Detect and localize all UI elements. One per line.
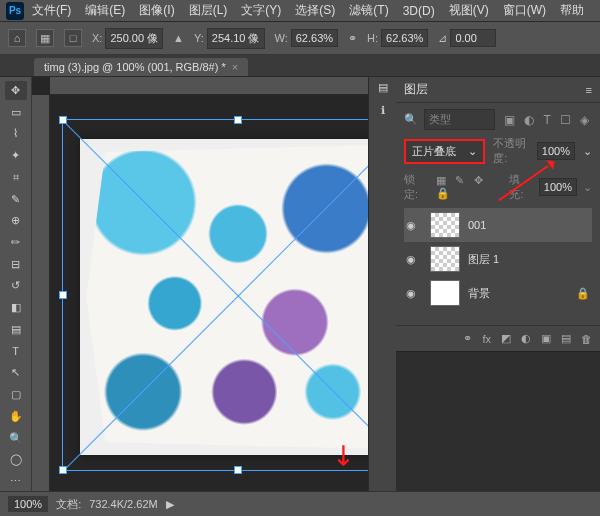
- layer-thumbnail[interactable]: [430, 246, 460, 272]
- transform-handle-tl[interactable]: [59, 116, 67, 124]
- color-panel-icon[interactable]: ▤: [378, 81, 388, 94]
- menu-select[interactable]: 选择(S): [289, 0, 341, 21]
- filter-smart-icon[interactable]: ◈: [577, 113, 592, 127]
- visibility-icon[interactable]: ◉: [406, 253, 422, 266]
- transform-bounding-box[interactable]: [62, 119, 395, 471]
- transform-handle-tm[interactable]: [234, 116, 242, 124]
- fill-value[interactable]: 100%: [539, 178, 577, 196]
- type-tool-icon[interactable]: T: [5, 342, 27, 361]
- ruler-vertical: [32, 95, 50, 491]
- close-tab-icon[interactable]: ×: [232, 61, 238, 73]
- history-brush-tool-icon[interactable]: ↺: [5, 277, 27, 296]
- filter-shape-icon[interactable]: ☐: [557, 113, 574, 127]
- menu-window[interactable]: 窗口(W): [497, 0, 552, 21]
- visibility-icon[interactable]: ◉: [406, 287, 422, 300]
- lock-position-icon[interactable]: ✥: [471, 174, 486, 186]
- menu-3d[interactable]: 3D(D): [397, 2, 441, 20]
- blend-mode-value: 正片叠底: [412, 144, 456, 159]
- marquee-tool-icon[interactable]: ▭: [5, 103, 27, 122]
- transform-handle-bl[interactable]: [59, 466, 67, 474]
- blend-mode-select[interactable]: 正片叠底 ⌄: [404, 139, 485, 164]
- eyedropper-tool-icon[interactable]: ✎: [5, 190, 27, 209]
- link-xy-icon[interactable]: ▲: [173, 32, 184, 44]
- link-wh-icon[interactable]: ⚭: [348, 32, 357, 45]
- menu-edit[interactable]: 编辑(E): [79, 0, 131, 21]
- w-label: W:: [275, 32, 288, 44]
- w-value[interactable]: 62.63%: [291, 29, 338, 47]
- layers-panel-title[interactable]: 图层: [404, 81, 428, 98]
- link-layers-icon[interactable]: ⚭: [463, 332, 472, 345]
- document-tab[interactable]: timg (3).jpg @ 100% (001, RGB/8#) * ×: [34, 58, 248, 76]
- chevron-down-icon[interactable]: ⌄: [583, 181, 592, 194]
- menu-filter[interactable]: 滤镜(T): [343, 0, 394, 21]
- y-value[interactable]: 254.10 像: [207, 28, 265, 49]
- zoom-tool-icon[interactable]: 🔍: [5, 429, 27, 448]
- menu-layer[interactable]: 图层(L): [183, 0, 234, 21]
- gradient-tool-icon[interactable]: ▤: [5, 320, 27, 339]
- crop-tool-icon[interactable]: ⌗: [5, 168, 27, 187]
- stamp-tool-icon[interactable]: ⊟: [5, 255, 27, 274]
- layers-panel-tabbar: 图层 ≡: [396, 77, 600, 103]
- move-tool-icon[interactable]: ✥: [5, 81, 27, 100]
- status-bar: 100% 文档: 732.4K/2.62M ▶: [0, 491, 600, 516]
- layer-filter-type[interactable]: 类型: [424, 109, 495, 130]
- angle-value[interactable]: 0.00: [450, 29, 496, 47]
- wand-tool-icon[interactable]: ✦: [5, 146, 27, 165]
- layer-name[interactable]: 图层 1: [468, 252, 499, 267]
- layer-row[interactable]: ◉ 图层 1: [404, 242, 592, 276]
- layer-thumbnail[interactable]: [430, 212, 460, 238]
- zoom-level[interactable]: 100%: [8, 496, 48, 512]
- document-tab-title: timg (3).jpg @ 100% (001, RGB/8#) *: [44, 61, 226, 73]
- menu-help[interactable]: 帮助: [554, 0, 590, 21]
- filter-pixel-icon[interactable]: ▣: [501, 113, 518, 127]
- options-bar: ⌂ ▦ □ X: 250.00 像 ▲ Y: 254.10 像 W: 62.63…: [0, 22, 600, 55]
- anchor-grid-icon[interactable]: ▦: [36, 29, 54, 47]
- histogram-panel: [396, 351, 600, 491]
- info-panel-icon[interactable]: ℹ: [381, 104, 385, 117]
- layer-row[interactable]: ◉ 001: [404, 208, 592, 242]
- chevron-down-icon[interactable]: ⌄: [583, 145, 592, 158]
- layer-thumbnail[interactable]: [430, 280, 460, 306]
- lock-icon: 🔒: [576, 287, 590, 300]
- menu-file[interactable]: 文件(F): [26, 0, 77, 21]
- transform-handle-ml[interactable]: [59, 291, 67, 299]
- brush-tool-icon[interactable]: ✏: [5, 233, 27, 252]
- lock-pixels-icon[interactable]: ✎: [452, 174, 467, 186]
- layer-row[interactable]: ◉ 背景 🔒: [404, 276, 592, 310]
- layer-styles-icon[interactable]: fx: [482, 333, 491, 345]
- lock-all-icon[interactable]: 🔒: [433, 187, 453, 199]
- path-tool-icon[interactable]: ↖: [5, 364, 27, 383]
- x-value[interactable]: 250.00 像: [105, 28, 163, 49]
- heal-tool-icon[interactable]: ⊕: [5, 211, 27, 230]
- visibility-icon[interactable]: ◉: [406, 219, 422, 232]
- filter-type-icon[interactable]: T: [541, 113, 554, 127]
- adjustment-layer-icon[interactable]: ◐: [521, 332, 531, 345]
- menu-view[interactable]: 视图(V): [443, 0, 495, 21]
- menu-type[interactable]: 文字(Y): [235, 0, 287, 21]
- layer-mask-icon[interactable]: ◩: [501, 332, 511, 345]
- filter-adjust-icon[interactable]: ◐: [521, 113, 537, 127]
- more-tool-icon[interactable]: ⋯: [5, 472, 27, 491]
- layer-name[interactable]: 背景: [468, 286, 490, 301]
- eraser-tool-icon[interactable]: ◧: [5, 298, 27, 317]
- y-label: Y:: [194, 32, 204, 44]
- panel-menu-icon[interactable]: ≡: [586, 84, 592, 96]
- group-layers-icon[interactable]: ▣: [541, 332, 551, 345]
- lock-transparent-icon[interactable]: ▦: [433, 174, 449, 186]
- status-arrow-icon[interactable]: ▶: [166, 498, 174, 511]
- lasso-tool-icon[interactable]: ⌇: [5, 124, 27, 143]
- transform-handle-bm[interactable]: [234, 466, 242, 474]
- new-layer-icon[interactable]: ▤: [561, 332, 571, 345]
- layer-name[interactable]: 001: [468, 219, 486, 231]
- ellipse-tool-icon[interactable]: ◯: [5, 450, 27, 469]
- home-icon[interactable]: ⌂: [8, 29, 26, 47]
- canvas-area[interactable]: ↘: [32, 77, 395, 491]
- opacity-label: 不透明度:: [493, 136, 529, 166]
- shape-tool-icon[interactable]: ▢: [5, 385, 27, 404]
- delete-layer-icon[interactable]: 🗑: [581, 333, 592, 345]
- ruler-horizontal: [50, 77, 395, 95]
- h-value[interactable]: 62.63%: [381, 29, 428, 47]
- relative-icon[interactable]: □: [64, 29, 82, 47]
- menu-image[interactable]: 图像(I): [133, 0, 180, 21]
- hand-tool-icon[interactable]: ✋: [5, 407, 27, 426]
